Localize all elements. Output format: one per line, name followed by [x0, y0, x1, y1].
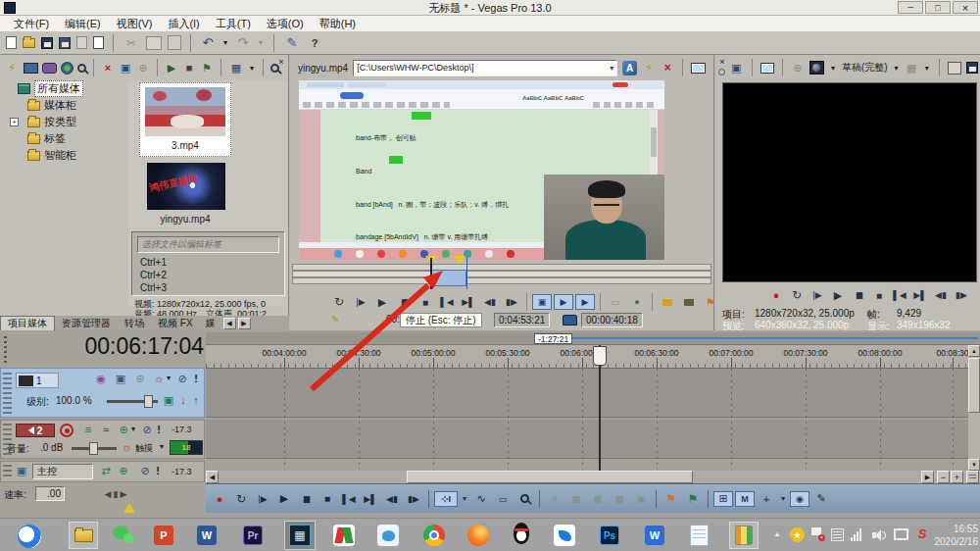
edge-trim-icon[interactable]	[966, 471, 979, 483]
media-generator-icon[interactable]: A	[622, 61, 637, 75]
track-drag-handle[interactable]	[3, 373, 12, 414]
import-media-icon[interactable]: ⚡	[4, 62, 20, 75]
tab-explorer[interactable]: 资源管理器	[55, 316, 118, 330]
play-from-start-button[interactable]: |▶	[253, 491, 272, 507]
whats-this-help-icon[interactable]: ?	[307, 37, 322, 49]
tag-shortcut[interactable]: Ctrl+2	[132, 270, 284, 282]
taskbar-notes-app-icon[interactable]	[729, 522, 759, 549]
preview-quality-icon[interactable]	[809, 61, 825, 75]
tree-item-by-type[interactable]: + 按类型	[2, 114, 127, 130]
play-button[interactable]: ▶	[372, 294, 392, 310]
envelope-tool-button[interactable]: ∿	[471, 491, 491, 507]
show-video-button[interactable]: ▭	[606, 294, 625, 310]
track-drag-handle[interactable]	[3, 465, 12, 479]
trim-end-button[interactable]: ▦	[610, 491, 629, 507]
tab-project-media[interactable]: 项目媒体	[0, 316, 55, 330]
tree-item-smart-bins[interactable]: 智能柜	[2, 147, 127, 164]
video-track-lane[interactable]	[206, 369, 968, 418]
track-fx-icon[interactable]: ⊕	[132, 373, 148, 385]
normal-edit-tool-button[interactable]: ⊹I	[434, 491, 458, 507]
master-pan-icon[interactable]: ⊕	[117, 465, 130, 477]
close-button[interactable]: ×	[953, 1, 978, 14]
taskbar-vegas-icon[interactable]: ▦	[284, 521, 316, 550]
scroll-left-icon[interactable]: ◀	[206, 471, 219, 483]
trimmer-selection[interactable]	[431, 270, 466, 286]
automation-mode-label[interactable]: 触摸	[135, 442, 153, 455]
grid-dropdown-icon[interactable]: ▾	[923, 64, 931, 73]
tab-video-fx[interactable]: 视频 FX	[151, 316, 200, 330]
fx-dropdown-icon[interactable]: ▾	[129, 425, 137, 433]
add-to-timeline-button[interactable]: ▶	[554, 294, 573, 310]
auto-ripple-button[interactable]: M	[735, 491, 755, 507]
interaction-pen-icon[interactable]: ✎	[283, 35, 301, 50]
media-search-icon[interactable]	[77, 64, 86, 73]
input-routing-icon[interactable]: ≡	[81, 424, 95, 435]
web-media-icon[interactable]	[61, 62, 74, 75]
audio-track-header[interactable]: 2 ≡ ≈ ⊕ ▾ ⊘ ! -17.3 音量: .0 dB ☼ 触摸 ▾ 18	[0, 420, 205, 459]
preview-quality-label[interactable]: 草稿(完整)	[842, 61, 888, 75]
media-properties-icon[interactable]: ▣	[119, 62, 132, 75]
edit-tool-dropdown-icon[interactable]: ▾	[460, 491, 469, 507]
trim-start-button[interactable]: ▦	[566, 491, 586, 507]
next-frame-button[interactable]: ▮▶	[502, 294, 521, 310]
taskbar-chrome-icon[interactable]	[423, 525, 445, 546]
zoom-in-icon[interactable]: +	[951, 471, 963, 483]
vscroll-thumb[interactable]	[968, 358, 980, 413]
tab-media-generators[interactable]: 媒	[200, 316, 221, 330]
marker-label-box[interactable]: -1:27:21	[534, 333, 572, 344]
tree-item-all-media[interactable]: 所有媒体	[2, 80, 127, 97]
paste-icon[interactable]	[168, 35, 181, 50]
project-properties-icon[interactable]: ▣	[729, 62, 744, 75]
scribble-strength-button[interactable]: ✎	[811, 491, 831, 507]
slider-thumb[interactable]	[89, 442, 98, 455]
play-button[interactable]: ▶	[828, 287, 848, 303]
external-monitor-icon[interactable]	[760, 63, 775, 74]
enable-snapping-button[interactable]: ⊞	[713, 491, 733, 507]
taskbar-file-explorer-icon[interactable]	[69, 522, 98, 549]
play-button[interactable]: ▶	[274, 491, 294, 507]
taskbar-firefox-icon[interactable]	[467, 525, 489, 546]
tray-security-icon[interactable]: ★	[790, 527, 805, 542]
zoom-out-icon[interactable]: −	[937, 471, 950, 483]
properties-icon[interactable]	[93, 36, 104, 49]
tag-input[interactable]: 选择文件以编辑标签	[137, 236, 279, 253]
trimmer-path-combo[interactable]: [C:\Users\WHW-PC\Desktop\] ▾	[353, 60, 617, 76]
undo-dropdown-icon[interactable]: ▾	[221, 38, 229, 47]
menu-insert[interactable]: 插入(I)	[160, 17, 207, 31]
go-to-start-button[interactable]: ▌◀	[437, 294, 457, 310]
master-bus-header[interactable]: ▣ 主控 ⇄ ⊕ ⊘ ! -17.3	[0, 461, 205, 482]
taskbar-thunder-icon[interactable]	[554, 525, 575, 546]
make-parent-icon[interactable]: ↑	[190, 394, 202, 406]
stop-button[interactable]: ■	[416, 294, 435, 310]
video-overlay-icon[interactable]: ⊕	[791, 62, 805, 75]
open-in-trimmer-button[interactable]: ▣	[532, 294, 552, 310]
go-to-start-button[interactable]: ▌◀	[890, 287, 909, 303]
automation-gear-icon[interactable]: ☼	[152, 373, 166, 384]
insert-region-button[interactable]: ⚑	[683, 491, 703, 507]
selection-tool-button[interactable]: ▭	[493, 491, 513, 507]
tab-scroll-left-icon[interactable]: ◀	[223, 318, 236, 329]
pause-button[interactable]: ▮▮	[849, 287, 868, 303]
media-fx-icon[interactable]: ⊕	[136, 62, 150, 75]
track-fx-icon[interactable]: ⊕	[117, 424, 130, 436]
region-out-icon[interactable]	[679, 294, 699, 310]
next-frame-button[interactable]: ▮▶	[952, 287, 971, 303]
rate-scrub-control[interactable]: ◀▮▶	[94, 486, 139, 501]
trimmer-length-timecode[interactable]: 00:00:40:18	[581, 313, 643, 327]
insert-track-button[interactable]: +	[757, 491, 776, 507]
timeline-vscrollbar[interactable]: ▲ ▼	[968, 345, 980, 471]
automation-dropdown-icon[interactable]: ▾	[165, 374, 172, 382]
tree-item-media-bins[interactable]: 媒体柜	[2, 97, 127, 114]
solo-icon[interactable]: !	[154, 424, 164, 435]
mute-icon[interactable]: ⊘	[175, 373, 189, 385]
marker-bar[interactable]: -1:27:21	[206, 332, 980, 345]
loop-playback-button[interactable]: ↻	[787, 287, 807, 303]
track-number-box[interactable]: 2	[16, 424, 55, 437]
stop-button[interactable]: ■	[869, 287, 889, 303]
taskbar-photoshop-icon[interactable]: Ps	[600, 526, 619, 545]
make-child-icon[interactable]: ↓	[177, 394, 189, 406]
tree-item-tags[interactable]: 标签	[2, 130, 127, 147]
playhead-handle[interactable]	[593, 346, 607, 366]
hscroll-thumb[interactable]	[407, 471, 693, 483]
tray-flag-icon[interactable]: ×	[811, 527, 823, 541]
